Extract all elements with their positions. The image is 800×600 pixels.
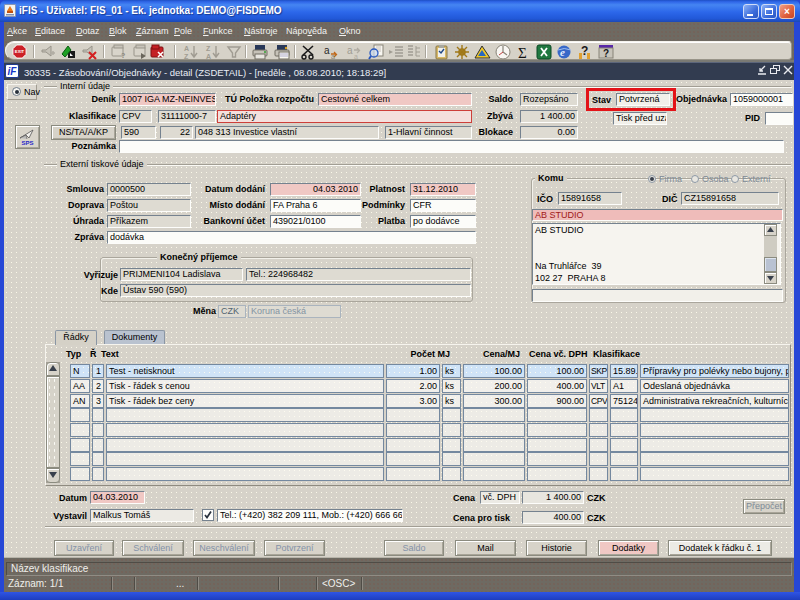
svg-text:?: ? — [581, 44, 588, 58]
svg-text:A: A — [184, 45, 189, 52]
svg-text:a: a — [331, 53, 335, 60]
svg-text:A: A — [206, 53, 211, 60]
svg-text:a: a — [324, 45, 330, 56]
svg-text:a: a — [354, 53, 358, 60]
svg-text:EXIT: EXIT — [15, 49, 25, 54]
svg-text:a: a — [347, 45, 353, 56]
svg-text:?: ? — [603, 48, 609, 59]
svg-text:e: e — [560, 46, 565, 58]
svg-text:Σ: Σ — [518, 45, 527, 60]
svg-text:?: ? — [121, 52, 125, 59]
svg-text:Z: Z — [184, 53, 189, 60]
svg-text:Z: Z — [206, 45, 211, 52]
